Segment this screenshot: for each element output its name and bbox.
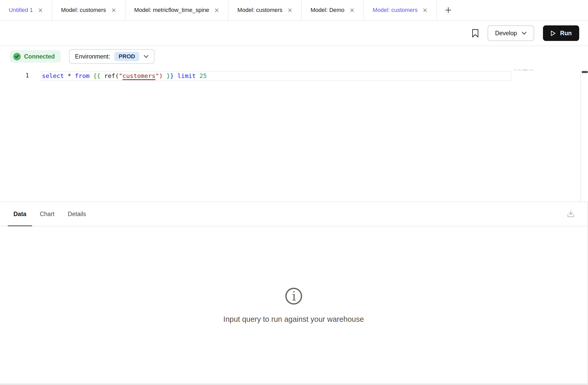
toolbar: Develop Run [0, 21, 588, 46]
code-token: * [68, 72, 71, 80]
panel-tab-data[interactable]: Data [8, 202, 32, 226]
code-token: limit [178, 72, 196, 80]
tab-close-icon[interactable] [38, 8, 43, 13]
panel-tab-label: Details [68, 211, 86, 218]
editor-tab[interactable]: Untitled 1 [0, 0, 52, 20]
download-button[interactable] [566, 209, 576, 219]
tabs-container: Untitled 1Model: customersModel: metricf… [0, 0, 437, 20]
code-token: } [170, 72, 174, 80]
tab-close-icon[interactable] [350, 8, 355, 13]
code-token: 25 [200, 72, 207, 80]
connected-label: Connected [24, 53, 55, 60]
tab-label: Model: metricflow_time_spine [134, 7, 209, 13]
active-line[interactable]: select * from {{ ref("customers") }} lim… [41, 71, 511, 81]
status-bar: Connected Environment: PROD [0, 46, 588, 67]
scrollbar-thumb[interactable] [582, 71, 588, 73]
code-token[interactable]: customers [523, 69, 527, 70]
bookmark-button[interactable] [472, 29, 479, 38]
editor-tab[interactable]: Model: customers [229, 0, 302, 20]
connected-badge: Connected [10, 50, 61, 63]
check-circle [13, 53, 21, 60]
info-icon: i [285, 287, 303, 305]
code-token: ) [159, 72, 163, 80]
tab-close-icon[interactable] [214, 8, 219, 13]
empty-state-message: Input query to run against your warehous… [223, 315, 364, 324]
check-icon [15, 55, 19, 58]
code-token: " [119, 72, 122, 80]
editor-tab[interactable]: Model: Demo [302, 0, 364, 20]
code-token [90, 72, 93, 80]
tab-label: Model: Demo [311, 7, 344, 13]
editor-tab[interactable]: Model: customers [364, 0, 437, 20]
tab-label: Untitled 1 [9, 7, 33, 13]
chevron-down-icon [144, 55, 149, 58]
code-token: {{ [93, 72, 100, 80]
run-button[interactable]: Run [543, 25, 579, 41]
code-token [174, 72, 177, 80]
code-token: select [514, 69, 516, 70]
develop-label: Develop [495, 30, 517, 37]
code-token: from [75, 72, 90, 80]
results-panel-header: DataChartDetails [0, 202, 588, 226]
tab-label: Model: customers [373, 7, 418, 13]
code-token[interactable]: customers [122, 72, 155, 80]
code-token: " [156, 72, 159, 80]
code-token [163, 72, 166, 80]
code-token [64, 72, 68, 80]
editor-tab[interactable]: Model: metricflow_time_spine [126, 0, 229, 20]
panel-tab-chart[interactable]: Chart [34, 202, 60, 226]
minimap-code-line: select * from {{ ref("customers") }} lim… [514, 69, 533, 70]
code-token: select [42, 72, 64, 80]
line-number: 1 [0, 71, 29, 80]
code-editor[interactable]: 1 select * from {{ ref("customers") }} l… [0, 67, 588, 202]
panel-tab-label: Data [13, 211, 26, 218]
editor-scrollbar[interactable] [580, 70, 588, 202]
environment-selector[interactable]: Environment: PROD [69, 49, 155, 64]
code-token [100, 72, 104, 80]
code-token: from [518, 69, 519, 70]
empty-state: i Input query to run against your wareho… [0, 227, 587, 383]
editor-minimap[interactable]: select * from {{ ref("customers") }} lim… [514, 69, 569, 83]
panel-tab-details[interactable]: Details [62, 202, 92, 226]
editor-tab-bar: Untitled 1Model: customersModel: metricf… [0, 0, 588, 21]
download-icon [566, 209, 576, 219]
run-label: Run [560, 30, 572, 37]
code-line: select * from {{ ref("customers") }} lim… [42, 72, 207, 80]
code-token: 25 [533, 69, 533, 70]
environment-value-badge: PROD [114, 52, 139, 61]
new-tab-button[interactable] [437, 0, 460, 20]
svg-text:i: i [292, 289, 296, 303]
code-token: limit [530, 69, 532, 70]
plus-icon [445, 6, 452, 14]
results-panel: DataChartDetails i Input query to run ag… [0, 202, 588, 383]
code-token: ( [115, 72, 119, 80]
panel-tab-label: Chart [40, 211, 54, 218]
tab-label: Model: customers [61, 7, 106, 13]
panel-tabs: DataChartDetails [8, 202, 92, 226]
bottom-border [0, 383, 588, 385]
tab-close-icon[interactable] [288, 8, 292, 13]
code-token: ref [104, 72, 115, 80]
bookmark-icon [472, 29, 479, 38]
chevron-down-icon [522, 32, 527, 35]
tab-close-icon[interactable] [423, 8, 428, 13]
tab-close-icon[interactable] [111, 8, 116, 13]
environment-label: Environment: [75, 53, 110, 60]
develop-button[interactable]: Develop [488, 25, 534, 41]
code-token [71, 72, 75, 80]
code-token [196, 72, 199, 80]
play-icon [550, 30, 556, 36]
tab-label: Model: customers [237, 7, 282, 13]
editor-tab[interactable]: Model: customers [52, 0, 126, 20]
code-token: } [166, 72, 170, 80]
